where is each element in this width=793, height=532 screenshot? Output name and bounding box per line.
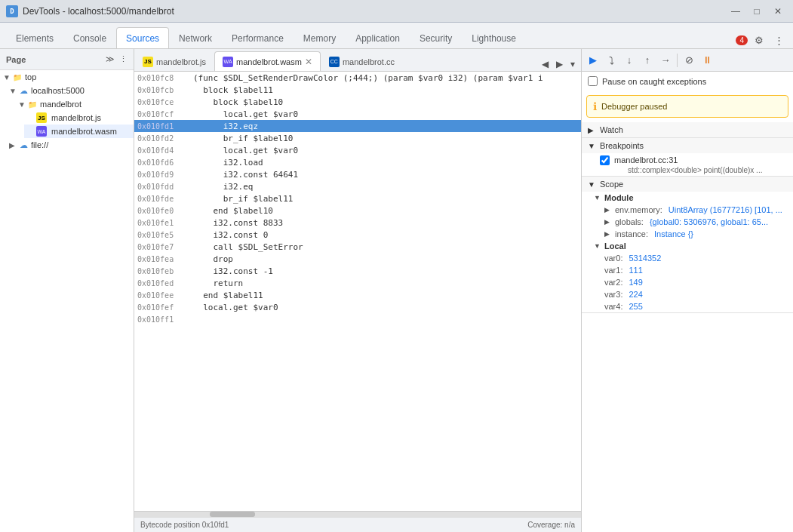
more-icon[interactable]: ⋮ xyxy=(119,54,128,64)
tree-label-mandelbrot-wasm: mandelbrot.wasm xyxy=(51,127,117,136)
breakpoint-code: std::complex<double> point((double)x ... xyxy=(614,166,762,174)
maximize-button[interactable]: □ xyxy=(748,5,766,18)
main-layout: Page ≫ ⋮ ▼ 📁 top ▼ ☁ localhost:5000 ▼ 📁 … xyxy=(0,49,793,532)
local-label: Local xyxy=(604,241,626,251)
code-area[interactable]: 0x010fc8 (func $SDL_SetRenderDrawColor (… xyxy=(134,72,581,511)
more-button[interactable]: ⋮ xyxy=(770,32,787,48)
close-button[interactable]: ✕ xyxy=(769,5,787,18)
tree-item-localhost[interactable]: ▼ ☁ localhost:5000 xyxy=(6,84,134,97)
breakpoint-item: mandelbrot.cc:31 std::complex<double> po… xyxy=(582,153,793,176)
module-header[interactable]: ▼ Module xyxy=(582,192,793,204)
local-header[interactable]: ▼ Local xyxy=(582,240,793,252)
tab-lighthouse[interactable]: Lighthouse xyxy=(462,27,526,48)
tree-item-mandelbrot-dir[interactable]: ▼ 📁 mandelbrot xyxy=(15,97,134,111)
step-over-button[interactable]: ⤵ xyxy=(603,52,619,69)
close-wasm-tab[interactable]: ✕ xyxy=(305,57,312,66)
local-var0: var0: 5314352 xyxy=(582,252,793,264)
code-line: 0x010fd4 local.get $var0 xyxy=(134,144,581,156)
tree-item-mandelbrot-wasm[interactable]: ▶ WA mandelbrot.wasm xyxy=(24,125,134,138)
next-source-btn[interactable]: ▶ xyxy=(553,57,566,71)
horizontal-scrollbar[interactable] xyxy=(134,511,581,517)
top-tabs-bar: Elements Console Sources Network Perform… xyxy=(0,23,793,49)
tree-item-file[interactable]: ▶ ☁ file:// xyxy=(6,138,134,152)
local-var4: var4: 255 xyxy=(582,300,793,312)
settings-button[interactable]: ⚙ xyxy=(751,32,767,48)
debugger-paused-label: Debugger paused xyxy=(601,102,667,111)
debugger-paused-bar: ℹ Debugger paused xyxy=(586,95,788,118)
more-sources-btn[interactable]: ▾ xyxy=(567,57,578,71)
window-controls: — □ ✕ xyxy=(727,5,787,18)
scope-section: ▼ Scope ▼ Module ▶ env.memory: Uint8Arra… xyxy=(582,177,793,313)
step-into-button[interactable]: ↓ xyxy=(621,52,638,69)
env-memory-key: env.memory: xyxy=(615,205,662,214)
code-line: 0x010fcf local.get $var0 xyxy=(134,108,581,120)
prev-source-btn[interactable]: ◀ xyxy=(539,57,552,71)
scope-label: Scope xyxy=(600,180,623,189)
scope-arrow-icon: ▼ xyxy=(588,180,597,189)
right-content: Pause on caught exceptions ℹ Debugger pa… xyxy=(582,72,793,532)
coverage-label: Coverage: n/a xyxy=(527,521,575,529)
tab-network[interactable]: Network xyxy=(169,27,222,48)
code-line: 0x010feb i32.const -1 xyxy=(134,265,581,277)
pause-caught-label: Pause on caught exceptions xyxy=(602,77,706,86)
source-tab-mandelbrot-js[interactable]: JS mandelbrot.js xyxy=(134,51,214,71)
devtools-icon: D xyxy=(6,5,18,17)
code-line: 0x010fcb block $label11 xyxy=(134,84,581,96)
cc-tab-icon: CC xyxy=(329,57,340,67)
cloud-icon-2: ☁ xyxy=(18,140,29,150)
tab-performance[interactable]: Performance xyxy=(222,27,294,48)
code-line: 0x010fef local.get $var0 xyxy=(134,301,581,313)
watch-header[interactable]: ▶ Watch xyxy=(582,122,793,137)
tab-memory[interactable]: Memory xyxy=(294,27,346,48)
breakpoint-detail: mandelbrot.cc:31 std::complex<double> po… xyxy=(614,155,762,174)
breakpoint-file: mandelbrot.cc:31 xyxy=(614,155,762,166)
tree-label-mandelbrot-dir: mandelbrot xyxy=(40,100,81,109)
source-tabs-bar: JS mandelbrot.js WA mandelbrot.wasm ✕ CC… xyxy=(134,49,581,72)
expand-icon[interactable]: ≫ xyxy=(106,54,115,64)
pause-caught-row: Pause on caught exceptions xyxy=(582,72,793,91)
tree-item-top[interactable]: ▼ 📁 top xyxy=(0,70,134,84)
deactivate-breakpoints-button[interactable]: ⊘ xyxy=(681,52,697,69)
js-icon: JS xyxy=(36,112,47,123)
tree-label-top: top xyxy=(25,72,36,81)
code-line: 0x010fea drop xyxy=(134,253,581,265)
cloud-icon: ☁ xyxy=(18,85,29,96)
watch-section: ▶ Watch xyxy=(582,122,793,138)
globals-arrow-icon: ▶ xyxy=(604,218,612,226)
step-button[interactable]: → xyxy=(657,52,674,69)
code-line: 0x010fe0 end $label10 xyxy=(134,204,581,217)
file-tree-panel: Page ≫ ⋮ ▼ 📁 top ▼ ☁ localhost:5000 ▼ 📁 … xyxy=(0,49,134,532)
instance-arrow-icon: ▶ xyxy=(604,230,612,238)
breakpoints-header[interactable]: ▼ Breakpoints xyxy=(582,138,793,153)
code-line: 0x010fc8 (func $SDL_SetRenderDrawColor (… xyxy=(134,72,581,84)
step-out-button[interactable]: ↑ xyxy=(639,52,656,69)
tab-sources[interactable]: Sources xyxy=(116,27,169,48)
error-badge: 4 xyxy=(736,35,748,45)
pause-caught-checkbox[interactable] xyxy=(588,76,598,86)
code-line: 0x010fed return xyxy=(134,277,581,289)
scope-header[interactable]: ▼ Scope xyxy=(582,177,793,192)
pause-exceptions-button[interactable]: ⏸ xyxy=(699,52,715,69)
breakpoints-label: Breakpoints xyxy=(600,141,644,150)
tree-label-file: file:// xyxy=(31,140,48,149)
breakpoint-checkbox[interactable] xyxy=(600,155,610,165)
breakpoints-section: ▼ Breakpoints mandelbrot.cc:31 std::comp… xyxy=(582,138,793,177)
tab-security[interactable]: Security xyxy=(410,27,462,48)
minimize-button[interactable]: — xyxy=(727,5,745,18)
wasm-icon: WA xyxy=(36,126,47,137)
tab-console[interactable]: Console xyxy=(63,27,116,48)
resume-button[interactable]: ▶ xyxy=(585,52,601,69)
source-tab-wasm-label: mandelbrot.wasm xyxy=(236,57,302,66)
code-line: 0x010fee end $label11 xyxy=(134,289,581,301)
module-arrow-icon: ▼ xyxy=(594,194,601,201)
folder-icon-2: 📁 xyxy=(27,99,38,109)
source-tab-mandelbrot-cc[interactable]: CC mandelbrot.cc xyxy=(321,51,403,71)
toolbar-divider xyxy=(677,54,678,67)
page-label: Page xyxy=(6,55,106,64)
scroll-thumb[interactable] xyxy=(210,512,255,517)
tree-item-mandelbrot-js[interactable]: ▶ JS mandelbrot.js xyxy=(24,111,134,125)
breakpoints-arrow-icon: ▼ xyxy=(588,142,597,150)
tab-elements[interactable]: Elements xyxy=(6,27,63,48)
tab-application[interactable]: Application xyxy=(346,27,410,48)
source-tab-mandelbrot-wasm[interactable]: WA mandelbrot.wasm ✕ xyxy=(214,51,321,71)
